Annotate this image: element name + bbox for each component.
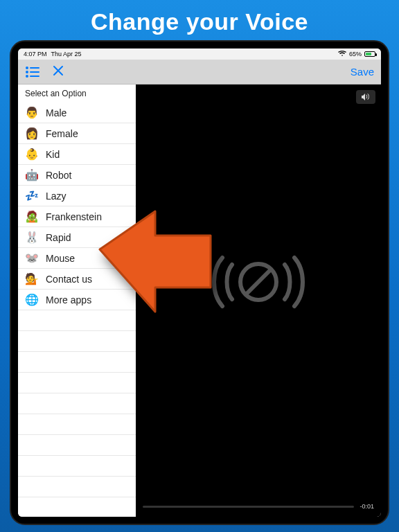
sidebar-item-frankenstein[interactable]: 🧟Frankenstein [18, 206, 136, 227]
sidebar-header: Select an Option [18, 85, 136, 103]
save-button[interactable]: Save [351, 66, 374, 78]
sidebar-item-lazy[interactable]: 💤Lazy [18, 186, 136, 206]
sidebar-item-label: More apps [46, 294, 91, 305]
robot-icon: 🤖 [25, 168, 39, 182]
lazy-icon: 💤 [25, 189, 39, 203]
sidebar-item-label: Female [46, 128, 78, 139]
sidebar-item-label: Mouse [46, 253, 75, 264]
battery-percent: 65% [349, 51, 362, 57]
seek-track[interactable] [143, 506, 354, 508]
frankenstein-icon: 🧟 [25, 210, 39, 224]
time-remaining: -0:01 [360, 503, 374, 510]
status-time: 4:07 PM [24, 51, 47, 57]
promo-title: Change your Voice [0, 0, 399, 35]
wifi-icon [338, 51, 346, 58]
sidebar-item-female[interactable]: 👩Female [18, 123, 136, 144]
sidebar-item-robot[interactable]: 🤖Robot [18, 165, 136, 186]
contact-icon: 💁 [25, 272, 39, 286]
tablet-frame: 4:07 PM Thu Apr 25 65% [10, 40, 389, 525]
sidebar-blank-area [18, 310, 136, 517]
sidebar-item-label: Frankenstein [46, 211, 102, 222]
sidebar-item-label: Male [46, 107, 66, 118]
svg-point-0 [26, 66, 28, 69]
male-icon: 👨 [25, 106, 39, 120]
svg-rect-5 [30, 76, 39, 77]
globe-icon: 🌐 [25, 293, 39, 307]
rapid-icon: 🐰 [25, 231, 39, 245]
sidebar-item-more-apps[interactable]: 🌐More apps [18, 290, 136, 310]
sidebar-item-contact[interactable]: 💁Contact us [18, 269, 136, 290]
sidebar: Select an Option 👨Male 👩Female 👶Kid 🤖Rob… [18, 85, 136, 517]
svg-point-1 [26, 71, 28, 73]
sidebar-item-rapid[interactable]: 🐰Rapid [18, 227, 136, 248]
screen: 4:07 PM Thu Apr 25 65% [18, 48, 381, 517]
list-icon[interactable] [25, 66, 40, 78]
sidebar-item-male[interactable]: 👨Male [18, 103, 136, 123]
mouse-icon: 🐭 [25, 251, 39, 265]
toolbar: Save [18, 60, 381, 85]
sidebar-item-mouse[interactable]: 🐭Mouse [18, 248, 136, 269]
battery-icon [364, 51, 375, 57]
female-icon: 👩 [25, 127, 39, 141]
video-player[interactable]: -0:01 [136, 85, 381, 517]
close-icon[interactable] [53, 65, 64, 79]
status-bar: 4:07 PM Thu Apr 25 65% [18, 48, 381, 60]
svg-rect-3 [30, 67, 39, 69]
status-date: Thu Apr 25 [51, 51, 82, 57]
svg-line-7 [246, 269, 271, 294]
kid-icon: 👶 [25, 148, 39, 161]
sidebar-item-label: Lazy [46, 190, 66, 202]
svg-point-2 [26, 75, 28, 78]
seek-bar[interactable]: -0:01 [143, 503, 374, 510]
sidebar-item-label: Contact us [46, 274, 92, 285]
sidebar-item-label: Kid [46, 149, 60, 160]
svg-rect-4 [30, 71, 39, 73]
sidebar-item-kid[interactable]: 👶Kid [18, 144, 136, 165]
volume-button[interactable] [356, 90, 375, 104]
sidebar-item-label: Rapid [46, 232, 71, 243]
sidebar-item-label: Robot [46, 170, 71, 181]
app-logo-icon [203, 244, 314, 323]
